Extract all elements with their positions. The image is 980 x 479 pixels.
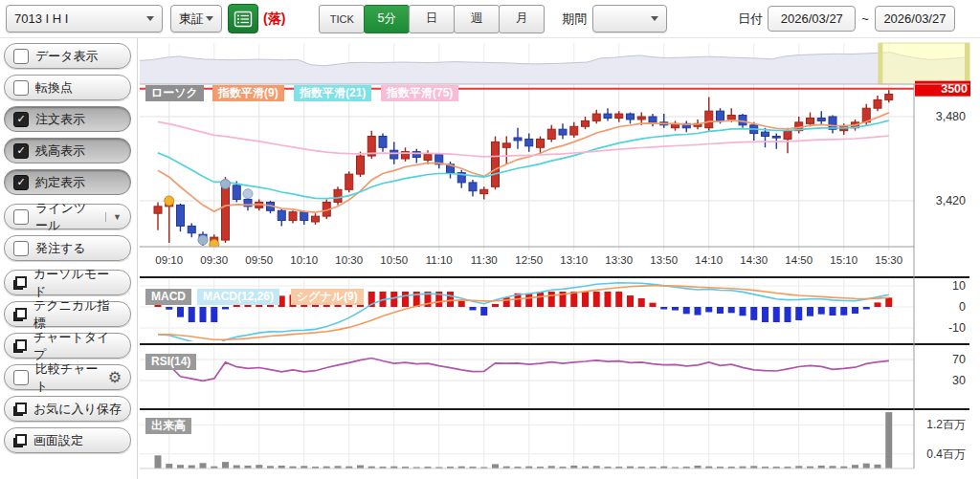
- symbol-label: 7013 I H I: [14, 11, 68, 26]
- svg-text:10:10: 10:10: [290, 254, 318, 266]
- checkbox[interactable]: [13, 241, 29, 256]
- window-panel-icon: [13, 276, 27, 290]
- checkbox-checked[interactable]: ✓: [13, 175, 29, 190]
- sidebar-divider: [137, 38, 138, 479]
- svg-text:70: 70: [952, 353, 966, 366]
- chevron-down-icon: [146, 16, 154, 21]
- sidebar-item-save-favorite[interactable]: お気に入り保存: [4, 396, 131, 422]
- sidebar-item-technical-indicators[interactable]: テクニカル指標: [4, 301, 131, 327]
- checkbox-checked[interactable]: ✓: [13, 143, 29, 159]
- legend-rsi: RSI(14): [145, 354, 196, 370]
- svg-text:13:30: 13:30: [605, 254, 633, 266]
- exchange-select[interactable]: 東証: [170, 5, 222, 33]
- sidebar-item-balance-display[interactable]: ✓残高表示: [4, 138, 131, 163]
- period-select[interactable]: [592, 5, 667, 33]
- svg-text:10: 10: [952, 279, 966, 293]
- legend-candle: ローソク: [145, 85, 204, 101]
- window-panel-icon: [13, 434, 27, 447]
- svg-text:09:50: 09:50: [245, 254, 273, 266]
- legend-macd: MACD: [145, 289, 191, 305]
- sidebar-item-place-order[interactable]: 発注する: [4, 235, 131, 261]
- window-panel-icon: [13, 403, 27, 416]
- sidebar-item-label: お気に入り保存: [33, 401, 122, 418]
- sidebar-item-cursor-mode[interactable]: カーソルモード: [4, 270, 131, 295]
- svg-text:13:50: 13:50: [650, 254, 678, 266]
- symbol-list-button[interactable]: [228, 4, 258, 33]
- sidebar-item-label: 転換点: [35, 79, 73, 97]
- sidebar-item-label: 比較チャート: [35, 360, 101, 395]
- svg-text:30: 30: [952, 374, 966, 387]
- legend-ema9: 指数平滑(9): [212, 85, 284, 101]
- sidebar-item-label: 発注する: [35, 240, 86, 257]
- svg-text:09:10: 09:10: [155, 254, 183, 266]
- checkbox[interactable]: [13, 209, 29, 225]
- checkbox[interactable]: [13, 370, 29, 385]
- svg-text:15:10: 15:10: [830, 254, 858, 266]
- date-label: 日付: [738, 11, 763, 28]
- symbol-select[interactable]: 7013 I H I: [6, 5, 163, 33]
- sidebar-item-label: 約定表示: [35, 174, 85, 191]
- svg-text:3,420: 3,420: [936, 194, 966, 207]
- svg-text:3,480: 3,480: [936, 110, 966, 123]
- date-from-input[interactable]: [768, 6, 856, 32]
- svg-text:0.4百万: 0.4百万: [926, 447, 966, 461]
- sidebar-item-label: 注文表示: [35, 111, 85, 128]
- sidebar-item-turning-point[interactable]: 転換点: [4, 75, 131, 100]
- svg-text:09:30: 09:30: [200, 254, 228, 266]
- sidebar-item-compare-chart[interactable]: 比較チャート⚙: [4, 364, 131, 390]
- date-to-input[interactable]: [875, 6, 955, 32]
- checkbox[interactable]: [13, 49, 29, 64]
- sidebar-item-label: 残高表示: [35, 142, 85, 160]
- svg-text:10:50: 10:50: [380, 254, 408, 266]
- trading-chart-app: { "toolbar": { "symbol": "7013 I H I", "…: [0, 0, 980, 479]
- interval-tick[interactable]: TICK: [319, 5, 365, 33]
- legend-ema75: 指数平滑(75): [381, 85, 458, 101]
- window-panel-icon: [13, 339, 27, 353]
- sidebar-item-data-display[interactable]: データ表示: [4, 43, 131, 69]
- sidebar-item-order-display[interactable]: ✓注文表示: [4, 106, 131, 132]
- sidebar-item-execution-display[interactable]: ✓約定表示: [4, 169, 131, 195]
- interval-day[interactable]: 日: [409, 5, 455, 33]
- interval-month[interactable]: 月: [499, 5, 545, 33]
- sidebar: データ表示転換点✓注文表示✓残高表示✓約定表示ラインツール▼発注するカーソルモー…: [0, 38, 136, 459]
- sidebar-item-label: チャートタイプ: [33, 329, 122, 363]
- svg-text:12:50: 12:50: [515, 254, 543, 266]
- interval-5min[interactable]: 5分: [364, 5, 410, 33]
- price-status: (落): [263, 11, 285, 28]
- svg-text:14:30: 14:30: [740, 254, 768, 266]
- window-panel-icon: [13, 308, 27, 321]
- sidebar-item-label: カーソルモード: [33, 266, 122, 300]
- interval-week[interactable]: 週: [454, 5, 500, 33]
- chevron-down-icon: [206, 16, 213, 21]
- svg-text:1.2百万: 1.2百万: [926, 418, 966, 431]
- svg-text:10:30: 10:30: [335, 254, 363, 266]
- svg-text:13:10: 13:10: [560, 254, 588, 266]
- sidebar-item-line-tool[interactable]: ラインツール▼: [4, 204, 131, 229]
- dropdown-arrow-icon[interactable]: ▼: [105, 212, 122, 222]
- svg-text:14:10: 14:10: [695, 254, 723, 266]
- sidebar-item-chart-type[interactable]: チャートタイプ: [4, 333, 131, 359]
- legend-macd-line: MACD(12,26): [197, 289, 279, 305]
- sidebar-item-label: 画面設定: [33, 432, 83, 449]
- period-label: 期間: [562, 11, 587, 28]
- sidebar-item-label: テクニカル指標: [33, 297, 122, 332]
- svg-text:11:10: 11:10: [426, 254, 453, 266]
- checkbox[interactable]: [13, 80, 29, 96]
- checkbox-checked[interactable]: ✓: [13, 112, 29, 127]
- legend-signal-line: シグナル(9): [291, 289, 364, 305]
- svg-text:-10: -10: [948, 321, 966, 335]
- svg-text:0: 0: [959, 300, 966, 314]
- interval-button-group: TICK 5分 日 週 月: [320, 5, 545, 33]
- exchange-label: 東証: [179, 11, 204, 28]
- chevron-down-icon: [651, 16, 658, 21]
- svg-text:15:30: 15:30: [875, 254, 902, 266]
- gear-icon[interactable]: ⚙: [108, 370, 122, 385]
- legend-ema21: 指数平滑(21): [294, 85, 371, 101]
- sidebar-item-label: データ表示: [35, 48, 99, 65]
- list-icon: [234, 11, 253, 28]
- toolbar: 7013 I H I 東証 (落) TICK 5分 日 週 月 期間: [0, 0, 980, 38]
- svg-text:11:30: 11:30: [471, 254, 498, 266]
- chart-canvas[interactable]: 09:1009:3009:5010:1010:3010:5011:1011:30…: [139, 38, 980, 479]
- legend-volume: 出来高: [145, 418, 191, 434]
- sidebar-item-screen-settings[interactable]: 画面設定: [4, 427, 131, 453]
